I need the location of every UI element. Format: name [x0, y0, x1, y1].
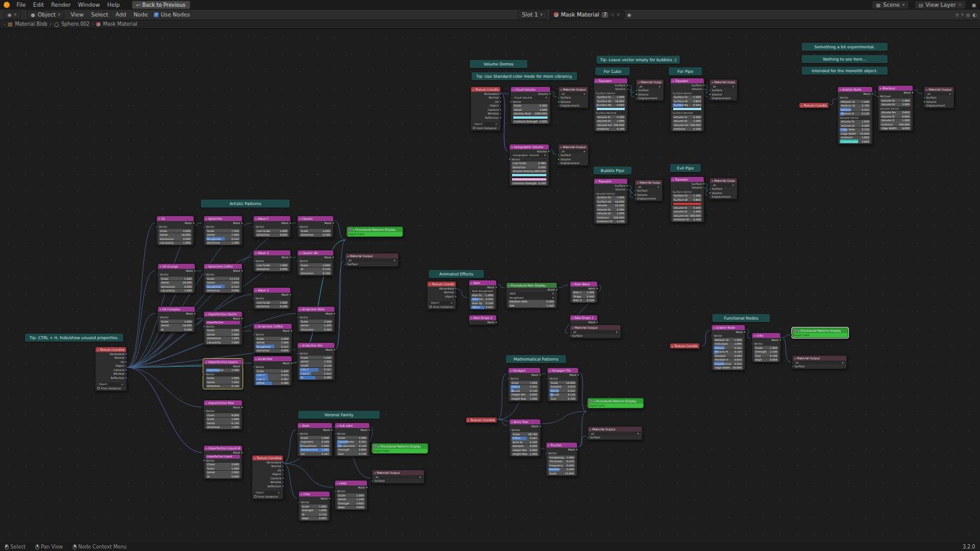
node-header[interactable]: ▾Procedural Patterns Display — [372, 444, 428, 449]
node-prd-voronoi[interactable]: ▾Procedural Patterns DisplayInput Color — [372, 443, 428, 454]
frame-label[interactable]: For Pipe — [669, 67, 702, 75]
value-field[interactable]: Detail2.000 — [206, 233, 240, 237]
input-socket[interactable] — [252, 260, 254, 262]
node-header[interactable]: ▾Material Output — [635, 180, 662, 185]
collapse-caret-icon[interactable]: ▾ — [548, 444, 549, 447]
value-field[interactable]: Size0.700 — [754, 354, 778, 358]
node-header[interactable]: ▾Scatter Node — [712, 325, 745, 330]
output-socket[interactable] — [779, 339, 781, 341]
slider-field[interactable]: Melanin R0.140 — [840, 112, 870, 116]
collapse-caret-icon[interactable]: ▾ — [206, 217, 207, 220]
input-socket[interactable] — [203, 274, 205, 276]
input-socket[interactable] — [923, 101, 925, 103]
node-header[interactable]: ▾Rain Drops 1 — [570, 315, 597, 320]
node-header[interactable]: ▾Rain Wave — [570, 282, 597, 287]
collapse-caret-icon[interactable]: ▾ — [300, 252, 301, 255]
output-socket[interactable] — [333, 313, 335, 315]
collapse-caret-icon[interactable]: ▾ — [926, 88, 927, 91]
collapse-caret-icon[interactable]: ▾ — [596, 80, 597, 83]
value-field[interactable]: Height Max1.000 — [510, 397, 538, 400]
output-socket[interactable] — [495, 287, 497, 288]
value-field[interactable]: Surface Sc1.000 — [596, 96, 625, 99]
collapse-caret-icon[interactable]: ▸ — [801, 104, 802, 107]
node-imperfection-swirls[interactable]: ▾Imperfection SwirlsMaskImperfectionVect… — [203, 311, 243, 345]
node-scratches[interactable]: ▾ScratchesMaskVectorScale5.000Line 20.34… — [253, 356, 292, 386]
color-swatch[interactable] — [673, 107, 702, 111]
output-socket[interactable] — [539, 425, 541, 427]
collapse-caret-icon[interactable]: ▾ — [206, 447, 207, 450]
menubar-menu[interactable]: Help — [104, 1, 124, 9]
node-header[interactable]: ▾Material Output — [559, 87, 588, 92]
output-socket[interactable] — [368, 429, 370, 431]
slider-field[interactable]: Offset0.567 — [511, 437, 538, 440]
value-field[interactable]: Thickness0.420 — [548, 460, 575, 463]
dropdown-menu[interactable]: Rain Roughness▾ — [471, 290, 494, 293]
value-field[interactable]: Exponent0.500 — [300, 440, 330, 444]
output-socket[interactable] — [549, 93, 551, 95]
value-field[interactable]: Strength1.240 — [754, 350, 778, 354]
object-picker-field[interactable]: Object:× — [473, 122, 499, 126]
input-socket[interactable] — [203, 460, 205, 462]
value-field[interactable]: Distortion0.000 — [511, 165, 547, 169]
value-field[interactable]: Volume Dt3.000 — [880, 103, 911, 107]
frame-label[interactable]: Evil Pipe — [670, 164, 701, 172]
object-picker-field[interactable]: Object:× — [254, 491, 281, 495]
node-header[interactable]: ▾Rain Drops 2 — [469, 315, 496, 320]
collapse-caret-icon[interactable]: ▾ — [255, 252, 257, 255]
output-socket[interactable] — [703, 88, 704, 90]
value-field[interactable]: Distortion1.000 — [206, 425, 240, 429]
dropdown-menu[interactable]: All▾ — [560, 92, 586, 96]
node-wave-3[interactable]: ▾Wave 3MaskVectorLine Scale2.000Distorti… — [253, 287, 291, 309]
checkbox[interactable] — [473, 127, 475, 129]
value-field[interactable]: Distortion0.000 — [206, 289, 240, 293]
value-field[interactable]: Emission4.100 — [596, 127, 625, 131]
input-socket[interactable] — [507, 378, 509, 380]
value-field[interactable]: Fac0.567 — [300, 452, 330, 455]
value-field[interactable]: Strength0.900 — [337, 501, 365, 505]
node-header[interactable]: ▾Texture Coordinate — [471, 87, 500, 92]
output-socket[interactable] — [289, 222, 291, 224]
value-field[interactable]: Edge Width10.000 — [714, 366, 743, 370]
input-socket[interactable] — [557, 105, 559, 107]
input-socket[interactable] — [545, 452, 547, 454]
input-socket[interactable] — [252, 334, 254, 335]
dropdown-menu[interactable]: Roughness▾ — [508, 296, 555, 299]
input-socket[interactable] — [634, 190, 636, 192]
node-header[interactable]: ▾Topwater — [671, 78, 704, 83]
value-field[interactable]: FiltOff0.140 — [300, 364, 333, 367]
output-socket[interactable] — [332, 257, 334, 258]
shader-editor-canvas[interactable]: Tip: CTRL + H, hide/show unused properti… — [0, 29, 980, 543]
node-header[interactable]: ▾Material Output — [559, 144, 588, 149]
node-header[interactable]: ▾Topwater — [594, 179, 627, 184]
node-topwater-pipe[interactable]: ▾TopwaterSurfaceVolumeSurface VectorSurf… — [670, 78, 704, 132]
dropdown-menu[interactable]: All▾ — [926, 92, 952, 96]
value-field[interactable]: Individual1.000 — [714, 342, 743, 346]
node-matout-math[interactable]: ▾Material OutputAll▾Surface — [587, 426, 643, 440]
value-field[interactable]: Scale1.000 — [206, 467, 240, 470]
input-socket[interactable] — [837, 97, 839, 99]
output-socket[interactable] — [548, 151, 549, 152]
collapse-caret-icon[interactable]: ▾ — [510, 369, 511, 372]
value-field[interactable]: Distortion1.400 — [206, 241, 240, 245]
value-field[interactable]: W0.000 — [206, 474, 240, 478]
input-socket[interactable] — [546, 378, 548, 380]
value-field[interactable]: Scale4.000 — [255, 337, 290, 340]
output-socket[interactable] — [290, 362, 292, 364]
collapse-caret-icon[interactable]: ▾ — [206, 313, 207, 316]
fake-user-shield-icon[interactable]: ◇ — [611, 12, 614, 17]
value-field[interactable]: Detail1.400 — [300, 324, 333, 328]
input-socket[interactable] — [557, 162, 559, 164]
collapse-caret-icon[interactable]: ▾ — [638, 81, 639, 84]
node-imperfection-layers[interactable]: ▾Imperfection LayersMaskImperfection1.50… — [203, 359, 243, 389]
node-header[interactable]: ▾Splotches Coffee — [204, 264, 242, 269]
value-field[interactable]: IOR1.450 — [508, 304, 555, 307]
pin-icon[interactable]: ◉ — [627, 12, 631, 18]
collapse-caret-icon[interactable]: ▾ — [572, 326, 573, 329]
node-wave-f[interactable]: ▾Wave FMaskVectorLine Scale5.000Distorti… — [253, 216, 291, 238]
output-socket[interactable] — [626, 189, 628, 190]
value-field[interactable]: Volume Dt1.000 — [673, 210, 702, 214]
value-field[interactable]: Gaps0.003 — [754, 358, 778, 362]
output-socket[interactable] — [333, 349, 335, 351]
frame-label[interactable]: Bubble Pipe — [594, 167, 631, 174]
node-imperfection-mist[interactable]: ▾Imperfection MistMaskVectorZoom9.000Sca… — [203, 400, 243, 430]
